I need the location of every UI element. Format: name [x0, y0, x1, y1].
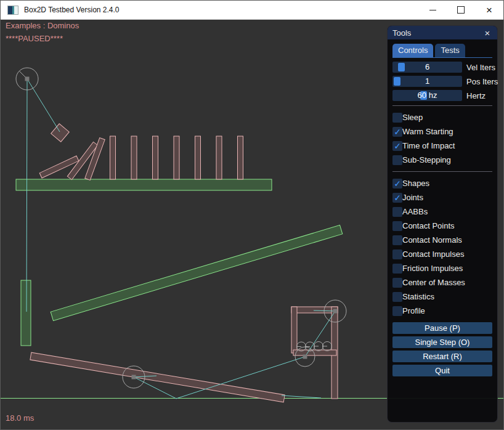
checkbox-profile[interactable]: Profile	[392, 304, 492, 318]
checkbox-box[interactable]	[392, 113, 402, 123]
minimize-icon	[429, 10, 436, 10]
separator	[392, 105, 492, 106]
checkbox-contact-normals[interactable]: Contact Normals	[392, 233, 492, 247]
green-post	[21, 280, 31, 346]
seesaw-plank	[30, 352, 285, 402]
checkbox-box[interactable]	[392, 264, 402, 274]
app-icon	[7, 6, 18, 15]
checkbox-label: Time of Impact	[402, 141, 455, 150]
domino	[195, 136, 201, 179]
slider-hertz: 60 hzHertz	[392, 90, 492, 101]
checkbox-time-of-impact[interactable]: ✓Time of Impact	[392, 139, 492, 153]
checkbox-label: Contact Points	[402, 221, 455, 230]
checkbox-sub-stepping[interactable]: Sub-Stepping	[392, 153, 492, 167]
tab-tests[interactable]: Tests	[435, 44, 465, 57]
slider-label: Hertz	[466, 91, 486, 100]
checkbox-box[interactable]	[392, 155, 402, 165]
joint-anchor	[25, 77, 30, 81]
tools-panel-title: Tools	[392, 28, 482, 38]
slider-pos-iters: 1Pos Iters	[392, 76, 492, 87]
slider-value: 6	[392, 62, 462, 73]
checkbox-label: Profile	[402, 306, 425, 315]
slider-track-hertz[interactable]: 60 hz	[392, 90, 462, 101]
checkbox-joints[interactable]: ✓Joints	[392, 190, 492, 205]
checkbox-contact-impulses[interactable]: Contact Impulses	[392, 247, 492, 261]
quit-button[interactable]: Quit	[392, 365, 492, 376]
checkbox-box[interactable]	[392, 235, 402, 245]
checkbox-label: Joints	[402, 193, 423, 202]
checkbox-label: Center of Masses	[402, 278, 465, 287]
checkbox-box[interactable]	[392, 207, 402, 217]
slider-vel-iters: 6Vel Iters	[392, 62, 492, 73]
window-title: Box2D Testbed Version 2.4.0	[24, 6, 120, 14]
joints	[26, 79, 335, 399]
checkbox-warm-starting[interactable]: ✓Warm Starting	[392, 124, 492, 139]
checkbox-box[interactable]	[392, 249, 402, 259]
tools-panel-titlebar[interactable]: Tools ×	[388, 26, 497, 39]
minimize-button[interactable]	[418, 1, 447, 19]
checkbox-center-of-masses[interactable]: Center of Masses	[392, 275, 492, 290]
paused-caption: ****PAUSED****	[6, 34, 63, 43]
frame-time-label: 18.0 ms	[6, 413, 34, 423]
checkbox-box[interactable]	[392, 278, 402, 288]
checkbox-box[interactable]: ✓	[392, 193, 402, 203]
checkbox-label: Statistics	[402, 292, 434, 301]
check-icon: ✓	[394, 179, 401, 188]
close-icon: ×	[486, 5, 492, 15]
checkbox-shapes[interactable]: ✓Shapes	[392, 176, 492, 190]
checkbox-label: Friction Impulses	[402, 264, 463, 273]
close-button[interactable]: ×	[475, 1, 503, 19]
button-section: Pause (P)Single Step (O)Restart (R)Quit	[392, 322, 492, 376]
checkbox-box[interactable]: ✓	[392, 179, 402, 189]
tools-panel: Tools × ControlsTests 6Vel Iters1Pos Ite…	[387, 25, 498, 423]
domino	[110, 136, 116, 179]
domino	[174, 136, 179, 179]
joint-line	[282, 396, 321, 398]
checkbox-box[interactable]	[392, 292, 402, 302]
checkbox-label: AABBs	[402, 207, 428, 216]
separator	[392, 171, 492, 172]
domino	[238, 136, 243, 179]
joint-anchor	[303, 355, 307, 359]
dynamic-bodies	[30, 124, 338, 402]
maximize-button[interactable]	[447, 1, 475, 19]
joint-anchor	[132, 375, 136, 379]
tab-controls[interactable]: Controls	[392, 44, 433, 57]
checkbox-label: Contact Impulses	[402, 249, 464, 259]
checkbox-box[interactable]: ✓	[392, 127, 402, 137]
slider-value: 60 hz	[392, 90, 462, 101]
slider-track-vel-iters[interactable]: 6	[392, 62, 462, 73]
slider-label: Vel Iters	[466, 63, 495, 72]
checkbox-statistics[interactable]: Statistics	[392, 290, 492, 304]
checkbox-section: Sleep✓Warm Starting✓Time of ImpactSub-St…	[392, 110, 492, 318]
pause-p-button[interactable]: Pause (P)	[392, 322, 492, 334]
checkbox-sleep[interactable]: Sleep	[392, 110, 492, 124]
joint-line	[27, 79, 60, 132]
green-ramp	[51, 225, 343, 320]
domino	[153, 136, 158, 179]
example-caption: Examples : Dominos	[6, 21, 79, 30]
slider-value: 1	[392, 76, 462, 87]
check-icon: ✓	[394, 142, 401, 150]
checkbox-label: Sleep	[402, 113, 423, 122]
window-titlebar[interactable]: Box2D Testbed Version 2.4.0 ×	[1, 1, 503, 20]
check-icon: ✓	[394, 128, 401, 136]
restart-r-button[interactable]: Restart (R)	[392, 351, 492, 362]
tools-panel-body: ControlsTests 6Vel Iters1Pos Iters60 hzH…	[388, 39, 497, 422]
slider-label: Pos Iters	[466, 77, 498, 86]
checkbox-box[interactable]	[392, 221, 402, 231]
checkbox-label: Warm Starting	[402, 127, 453, 136]
checkbox-friction-impulses[interactable]: Friction Impulses	[392, 261, 492, 275]
panel-close-button[interactable]: ×	[482, 28, 492, 38]
checkbox-aabbs[interactable]: AABBs	[392, 205, 492, 219]
single-step-o-button[interactable]: Single Step (O)	[392, 336, 492, 348]
slider-track-pos-iters[interactable]: 1	[392, 76, 462, 87]
checkbox-contact-points[interactable]: Contact Points	[392, 219, 492, 233]
window-controls: ×	[418, 1, 503, 19]
checkbox-box[interactable]	[392, 306, 402, 316]
joint-anchor	[333, 309, 338, 314]
cradle-top-bar	[291, 307, 338, 313]
pendulum-box	[51, 124, 70, 142]
checkbox-box[interactable]: ✓	[392, 141, 402, 151]
domino-platform	[16, 179, 272, 190]
